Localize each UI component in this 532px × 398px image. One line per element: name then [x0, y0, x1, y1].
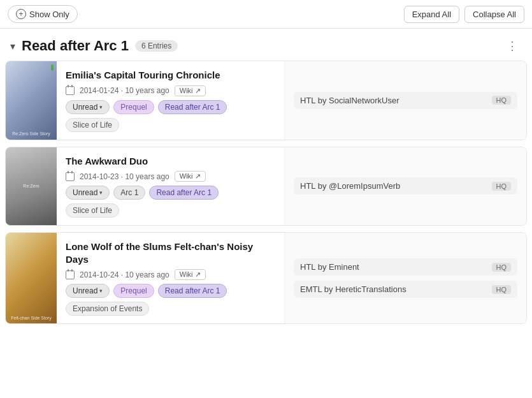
plus-icon: + [16, 9, 26, 19]
quality-badge: HQ [492, 285, 512, 294]
tag-expansion: Expansion of Events [66, 302, 149, 316]
tag-read-after: Read after Arc 1 [158, 100, 227, 114]
entry-date-row: 2014-01-24 · 10 years agoWiki ↗ [66, 85, 275, 96]
translation-label: HTL by SocialNetworkUser [300, 96, 399, 105]
section-header: ▾ Read after Arc 1 6 Entries ⋮ [0, 29, 532, 61]
entries-badge: 6 Entries [135, 40, 178, 52]
entry-title: The Awkward Duo [66, 155, 275, 168]
entry-translations: HTL by EminentHQEMTL by HereticTranslati… [284, 233, 526, 323]
cover-text: Felt-chan Side Story [11, 316, 51, 321]
translation-label: HTL by @LoremIpsumVerb [300, 181, 400, 191]
entry-date-row: 2014-10-24 · 10 years agoWiki ↗ [66, 269, 275, 280]
calendar-icon [66, 270, 75, 279]
show-only-label: Show Only [29, 10, 69, 19]
calendar-icon [66, 172, 75, 181]
tags-row: Unread ▾PrequelRead after Arc 1 [66, 284, 275, 298]
tag-read-after: Read after Arc 1 [149, 186, 219, 200]
top-bar: + Show Only Expand All Collapse All [0, 0, 532, 29]
translation-row[interactable]: HTL by @LoremIpsumVerbHQ [294, 177, 517, 195]
section-title: Read after Arc 1 [22, 38, 129, 54]
entry-title: Lone Wolf of the Slums Felt-chan's Noisy… [66, 240, 275, 265]
section-chevron[interactable]: ▾ [10, 40, 15, 52]
tag-prequel: Prequel [113, 100, 154, 114]
tag-prequel: Prequel [113, 284, 154, 298]
entry-date: 2014-10-24 · 10 years ago [80, 270, 169, 279]
entry-title: Emilia's Capital Touring Chronicle [66, 69, 275, 82]
section-menu-button[interactable]: ⋮ [503, 38, 522, 54]
extra-tags-row: Slice of Life [66, 203, 275, 217]
entry-card: Re:Zero Side StoryEmilia's Capital Touri… [5, 61, 527, 140]
extra-tags-row: Slice of Life [66, 118, 275, 132]
translation-label: EMTL by HereticTranslations [300, 284, 406, 294]
tags-row: Unread ▾Arc 1Read after Arc 1 [66, 186, 275, 200]
extra-tags-row: Expansion of Events [66, 302, 275, 316]
translation-row[interactable]: EMTL by HereticTranslationsHQ [294, 281, 517, 298]
entry-date: 2014-10-23 · 10 years ago [80, 172, 169, 181]
cover-text: Re:Zero [23, 184, 39, 189]
dropdown-arrow-icon[interactable]: ▾ [99, 189, 103, 196]
tag-slice: Slice of Life [66, 118, 119, 132]
entry-cover: Re:Zero Side Story [6, 61, 57, 140]
entries-list: Re:Zero Side StoryEmilia's Capital Touri… [0, 61, 532, 330]
entry-cover: Re:Zero [6, 147, 57, 226]
show-only-button[interactable]: + Show Only [8, 5, 78, 23]
entry-main: Emilia's Capital Touring Chronicle2014-0… [57, 61, 284, 140]
wiki-link[interactable]: Wiki ↗ [175, 269, 206, 280]
entry-card: Felt-chan Side StoryLone Wolf of the Slu… [5, 232, 527, 324]
tags-row: Unread ▾PrequelRead after Arc 1 [66, 100, 275, 114]
entry-translations: HTL by SocialNetworkUserHQ [284, 61, 526, 140]
expand-all-button[interactable]: Expand All [404, 6, 459, 23]
entry-date-row: 2014-10-23 · 10 years agoWiki ↗ [66, 171, 275, 182]
entry-main: Lone Wolf of the Slums Felt-chan's Noisy… [57, 233, 284, 323]
tag-read-after: Read after Arc 1 [158, 284, 227, 298]
entry-cover: Felt-chan Side Story [6, 233, 57, 323]
section-title-row: ▾ Read after Arc 1 6 Entries [10, 38, 178, 54]
collapse-all-button[interactable]: Collapse All [464, 6, 524, 23]
calendar-icon [66, 86, 75, 95]
quality-badge: HQ [492, 263, 512, 272]
tag-arc1: Arc 1 [113, 186, 145, 200]
wiki-link[interactable]: Wiki ↗ [175, 171, 206, 182]
wiki-link[interactable]: Wiki ↗ [175, 85, 206, 96]
top-right-buttons: Expand All Collapse All [404, 6, 524, 23]
translation-row[interactable]: HTL by EminentHQ [294, 258, 517, 276]
dropdown-arrow-icon[interactable]: ▾ [99, 104, 103, 110]
quality-badge: HQ [492, 96, 512, 105]
entry-translations: HTL by @LoremIpsumVerbHQ [284, 147, 526, 226]
tag-unread[interactable]: Unread ▾ [66, 284, 110, 298]
quality-badge: HQ [492, 182, 512, 191]
entry-main: The Awkward Duo2014-10-23 · 10 years ago… [57, 147, 284, 226]
entry-date: 2014-01-24 · 10 years ago [80, 86, 169, 95]
translation-row[interactable]: HTL by SocialNetworkUserHQ [294, 92, 517, 109]
cover-text: Re:Zero Side Story [12, 131, 50, 136]
tag-unread[interactable]: Unread ▾ [66, 100, 110, 114]
entry-card: Re:ZeroThe Awkward Duo2014-10-23 · 10 ye… [5, 147, 527, 226]
translation-label: HTL by Eminent [300, 262, 359, 272]
dropdown-arrow-icon[interactable]: ▾ [99, 288, 103, 294]
tag-slice: Slice of Life [66, 203, 119, 217]
tag-unread[interactable]: Unread ▾ [66, 186, 110, 200]
